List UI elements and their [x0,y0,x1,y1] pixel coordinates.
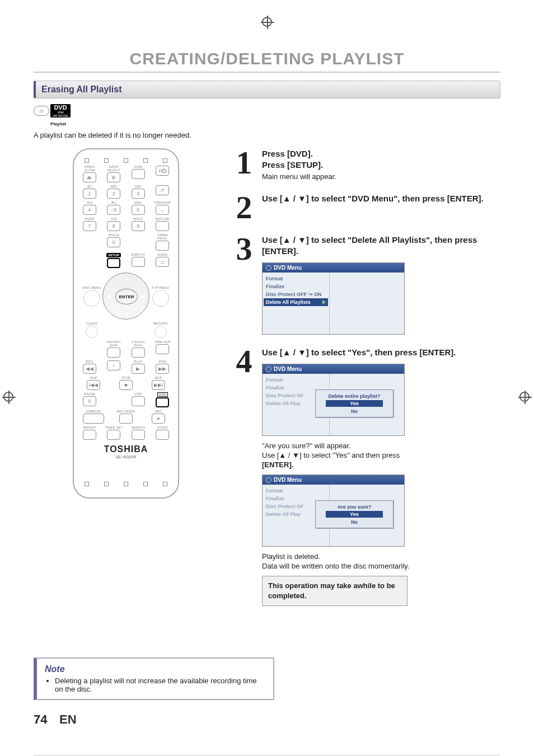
dvd-badge-caption: Playlist [34,121,500,126]
btn-display [132,257,145,267]
btn-dubbing [83,414,104,424]
btn-4: 4 [83,205,96,215]
step3-line1: Use [▲ / ▼] to select "Delete All Playli… [262,234,500,257]
lbl-play: PLAY [134,360,142,363]
intro-text: A playlist can be deleted if it is no lo… [34,131,500,139]
btn-rec: ● [152,414,165,424]
lbl-timerset: TIMER SET [105,426,123,429]
lbl-mno: MNO [134,201,142,204]
lbl-space: SPACE [108,233,119,237]
lbl-pause: PAUSE [84,392,95,396]
lbl-sym: .@/: [86,185,92,188]
osd4b-no: No [326,519,383,525]
dvd-sub2: VR MODE [53,114,68,118]
lbl-search: SEARCH [131,426,145,429]
step1-line2: Press [SETUP]. [262,159,500,171]
osd-screen-step4b: DVD Menu Format Finalize Disc Protect OF… [262,475,405,547]
lbl-skip-l: SKIP [90,376,97,379]
btn-5: ○5 [107,205,120,215]
step4-mid1: "Are you sure?" will appear. [262,442,500,450]
btn-fwd: ▶▶ [156,364,169,374]
step-number-2: 2 [232,193,256,222]
step-number-1: 1 [232,148,256,181]
btn-3: 3 [132,189,145,199]
btn-6: 6 [132,205,145,215]
btn-disc-menu [83,290,100,307]
btn-top-menu [152,290,169,307]
step4-mid2: Use [▲ / ▼] to select "Yes" and then pre… [262,451,500,459]
btn-skip-prev: I◀◀ [87,380,100,390]
btn-rec-dot: ○ [107,360,120,370]
btn-play: ▶ [132,364,145,374]
step1-sub: Main menu will appear. [262,172,500,181]
dvd-tag: DVD -RW VR MODE [50,104,71,118]
btn-vcr [132,396,145,406]
btn-power: I/⏻ [156,166,169,176]
osd4a-no: No [326,408,383,415]
btn-return [154,326,167,338]
note-heading: Note [45,664,265,674]
lbl-abc: ABC [110,185,117,188]
lbl-def: DEF [135,185,142,188]
lbl-zoom: ZOOM [157,426,167,429]
osd4a-yes: Yes [326,400,383,407]
step-2: 2 Use [▲ / ▼] to select "DVD Menu", then… [232,193,500,222]
lbl-setup: SETUP [106,253,121,257]
osd3-sel-text: Delete All Playlists [266,299,311,305]
lbl-fwd: FWD [158,360,166,363]
osd4b-title: DVD Menu [274,477,302,483]
osd4b-format: Format [264,487,328,495]
step4-line1: Use [▲ / ▼] to select "Yes", then press … [262,347,500,358]
brand-logo: TOSHIBA [78,444,174,454]
btn-time-slip [156,344,169,354]
btn-stop: ■ [119,380,133,390]
nav-pad: ▲ ▼ ◀ ▶ ENTER [102,273,149,320]
step4-mid3: [ENTER]. [262,461,500,469]
btn-pause: II [83,396,96,406]
btn-zoom [156,430,169,440]
disc-icon: ◎ [34,106,49,116]
btn-dvd [156,397,169,407]
btn-hdmi [132,169,145,179]
dvd-logo-text: DVD [54,104,67,111]
lbl-vcr: VCR [134,392,142,396]
osd-screen-step3: DVD Menu Format Finalize Disc Protect OF… [262,262,405,335]
osd4b-question: Are you sure? [318,504,391,510]
dvd-rw-badge: ◎ DVD -RW VR MODE [34,104,71,118]
step1-line1: Press [DVD]. [262,148,500,159]
btn-search [132,430,145,440]
osd3-title: DVD Menu [274,265,302,271]
lbl-ghi: GHI [86,201,92,204]
lbl-rec: REC [155,410,162,413]
osd4b-yes: Yes [326,511,383,518]
btn-rev: ◀◀ [83,364,96,374]
step-1: 1 Press [DVD]. Press [SETUP]. Main menu … [232,148,500,181]
lbl-time-slip: TIME SLIP [154,340,171,344]
disc-icon [266,367,271,372]
osd4a-format: Format [264,376,328,384]
btn-setup [107,258,120,268]
lbl-tuv: TUV [110,217,117,220]
step4-tail2: Data will be written onto the disc momen… [262,562,500,570]
lbl-hdmi: HDMI [134,165,142,168]
step2-line1: Use [▲ / ▼] to select "DVD Menu", then p… [262,193,500,204]
btn-open-close: ⏏ [83,172,96,182]
section-heading: Erasing All Playlist [34,81,500,98]
osd-screen-step4a: DVD Menu Format Finalize Disc Protect OF… [262,364,405,436]
btn-track-dn: ⌄ [156,205,169,215]
btn-speed-play [132,348,145,358]
osd3-item-finalize: Finalize [264,283,328,290]
page-language: EN [59,712,77,726]
lbl-jkl: JKL [111,201,116,204]
lbl-return: RETURN [153,322,167,325]
lbl-dvd: DVD [157,392,168,397]
lbl-dubbing: DUBBING [86,410,101,413]
btn-enter: ENTER [115,289,138,304]
btn-repeat [83,430,96,440]
nav-down-icon: ▼ [124,311,130,317]
lbl-skip-r: SKIP [154,376,162,379]
step-number-4: 4 [232,347,256,611]
page-number: 74 [34,712,47,726]
lbl-recmode: REC MODE [117,410,135,413]
lbl-rev: REV [86,360,93,363]
